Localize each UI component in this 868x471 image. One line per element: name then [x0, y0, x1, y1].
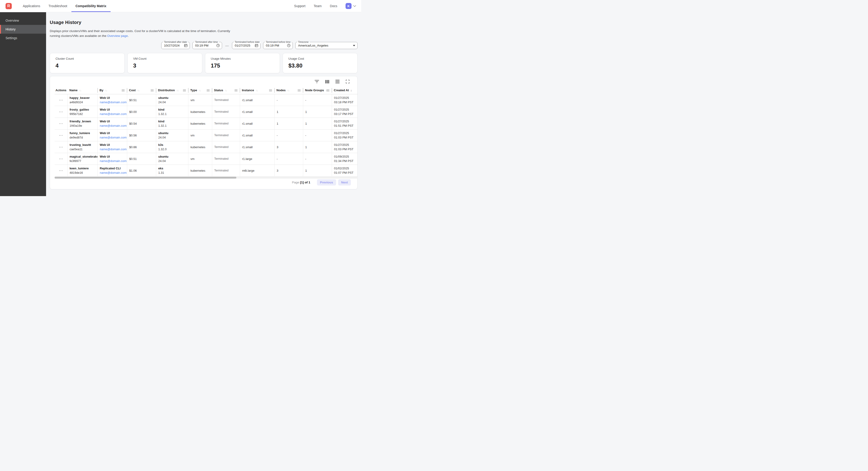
- ellipsis-icon: [59, 100, 60, 101]
- cell-distribution: ubuntu 24.04: [156, 129, 188, 141]
- user-menu[interactable]: K: [345, 3, 356, 9]
- cluster-name: magical_stonebraker: [69, 155, 97, 158]
- calendar-icon[interactable]: [255, 44, 258, 47]
- cell-created-at: 01/27/2025 01:03 PM PST: [332, 141, 358, 153]
- column-menu-icon[interactable]: [183, 89, 186, 91]
- distribution-name: ubuntu: [158, 155, 188, 158]
- column-header-cost[interactable]: Cost↑↓: [127, 86, 156, 94]
- sort-icon[interactable]: ↑↓: [225, 89, 227, 92]
- timezone-select[interactable]: Timezone America/Los_Angeles: [295, 42, 358, 49]
- link-support[interactable]: Support: [294, 4, 306, 8]
- column-header-status[interactable]: Status↑↓: [212, 86, 240, 94]
- avatar[interactable]: K: [345, 3, 351, 9]
- cost-value: $0.56: [129, 134, 156, 137]
- overview-page-link[interactable]: Overview page: [107, 34, 128, 37]
- calendar-icon[interactable]: [184, 44, 187, 47]
- cell-distribution: kind 1.32.1: [156, 106, 188, 118]
- sort-icon[interactable]: ↑↓: [177, 89, 179, 92]
- row-actions-button[interactable]: [55, 165, 67, 176]
- link-docs[interactable]: Docs: [330, 4, 337, 8]
- sort-icon[interactable]: ↑↓: [105, 89, 107, 92]
- description-text: Displays prior clusters/VMs and their as…: [50, 29, 230, 37]
- columns-icon[interactable]: [325, 80, 329, 83]
- created-by-email-link[interactable]: name@domain.com: [100, 147, 127, 151]
- sidebar-item-history[interactable]: History: [0, 25, 46, 34]
- row-actions-button[interactable]: [55, 153, 67, 165]
- column-header-created-at[interactable]: Created At↓: [332, 86, 358, 94]
- cell-nodes: -: [274, 153, 303, 165]
- density-icon[interactable]: [335, 80, 340, 83]
- terminated-after-date-field[interactable]: Terminated after date 10/27/2024: [161, 42, 190, 49]
- column-header-type[interactable]: Type↑↓: [188, 86, 212, 94]
- table-row: friendly_brown 1f40a19e Web UI name@doma…: [55, 118, 358, 129]
- row-actions-button[interactable]: [55, 129, 67, 141]
- horizontal-scrollbar-thumb[interactable]: [55, 177, 236, 179]
- field-label: Terminated after time: [194, 40, 219, 43]
- previous-page-button[interactable]: Previous: [317, 179, 336, 185]
- column-menu-icon[interactable]: [269, 89, 272, 91]
- sidebar-item-settings[interactable]: Settings: [0, 34, 46, 42]
- terminated-before-date-field[interactable]: Terminated before date 01/27/2025: [232, 42, 260, 49]
- ellipsis-icon: [61, 135, 62, 136]
- instance-value: r1.large: [242, 157, 274, 160]
- ellipsis-icon: [62, 170, 63, 171]
- tab-applications[interactable]: Applications: [19, 0, 44, 12]
- nav-tabs: Applications Troubleshoot Compatibility …: [19, 0, 111, 12]
- row-actions-button[interactable]: [55, 94, 67, 106]
- fullscreen-icon[interactable]: [346, 80, 349, 83]
- created-by-email-link[interactable]: name@domain.com: [100, 100, 127, 104]
- distribution-version: 24.04: [158, 100, 188, 104]
- cell-created-at: 01/27/2025 01:51 PM PST: [332, 118, 358, 129]
- data-grid: Actions Name↑↓ By↑↓ Cost↑↓ Distribution↑…: [55, 86, 358, 177]
- tab-troubleshoot[interactable]: Troubleshoot: [44, 0, 71, 12]
- terminated-after-time-field[interactable]: Terminated after time 03:19 PM: [192, 42, 222, 49]
- instance-value: r1.small: [242, 98, 274, 102]
- next-page-button[interactable]: Next: [338, 179, 351, 185]
- app-logo[interactable]: R: [5, 3, 12, 9]
- sort-icon[interactable]: ↑↓: [256, 89, 258, 92]
- page-description: Displays prior clusters/VMs and their as…: [50, 29, 232, 38]
- column-menu-icon[interactable]: [151, 89, 154, 91]
- created-by-email-link[interactable]: name@domain.com: [100, 124, 127, 127]
- row-actions-button[interactable]: [55, 106, 67, 118]
- created-time: 03:18 PM PST: [334, 100, 358, 104]
- horizontal-scrollbar[interactable]: [55, 177, 358, 179]
- clock-icon[interactable]: [287, 44, 290, 47]
- link-team[interactable]: Team: [314, 4, 321, 8]
- row-actions-button[interactable]: [55, 118, 67, 129]
- column-header-by[interactable]: By↑↓: [97, 86, 127, 94]
- column-menu-icon[interactable]: [122, 89, 125, 91]
- created-by-email-link[interactable]: name@domain.com: [100, 171, 127, 174]
- sort-icon[interactable]: ↑↓: [79, 89, 81, 92]
- instance-value: r1.small: [242, 134, 274, 137]
- column-menu-icon[interactable]: [327, 89, 330, 91]
- column-header-distribution[interactable]: Distribution↑↓: [156, 86, 188, 94]
- instance-value: r1.small: [242, 145, 274, 149]
- created-by-source: Web UI: [100, 96, 127, 99]
- created-by-email-link[interactable]: name@domain.com: [100, 136, 127, 139]
- created-by-email-link[interactable]: name@domain.com: [100, 159, 127, 163]
- row-actions-button[interactable]: [55, 141, 67, 153]
- dropdown-arrow-icon[interactable]: [353, 45, 355, 46]
- column-header-nodes[interactable]: Nodes↑↓: [274, 86, 303, 94]
- created-time: 01:51 PM PST: [334, 124, 358, 127]
- created-by-email-link[interactable]: name@domain.com: [100, 112, 127, 116]
- sort-icon[interactable]: ↑↓: [137, 89, 140, 92]
- stat-label: Usage Cost: [288, 57, 352, 60]
- column-header-instance[interactable]: Instance↑↓: [240, 86, 274, 94]
- tab-compatibility-matrix[interactable]: Compatibility Matrix: [71, 0, 111, 12]
- navbar-right: Support Team Docs K: [294, 0, 361, 12]
- column-menu-icon[interactable]: [207, 89, 210, 91]
- cell-status: Terminated: [212, 106, 240, 118]
- sidebar-item-overview[interactable]: Overview: [0, 16, 46, 25]
- clock-icon[interactable]: [216, 44, 220, 47]
- column-header-node-groups[interactable]: Node Groups↑↓: [303, 86, 332, 94]
- sort-icon[interactable]: ↑↓: [287, 89, 289, 92]
- column-menu-icon[interactable]: [298, 89, 301, 91]
- sort-icon[interactable]: ↑↓: [198, 89, 200, 92]
- created-date: 01/27/2025: [334, 120, 358, 123]
- column-menu-icon[interactable]: [235, 89, 238, 91]
- terminated-before-time-field[interactable]: Terminated before time 03:19 PM: [263, 42, 293, 49]
- filter-icon[interactable]: [315, 80, 319, 83]
- column-header-name[interactable]: Name↑↓: [67, 86, 97, 94]
